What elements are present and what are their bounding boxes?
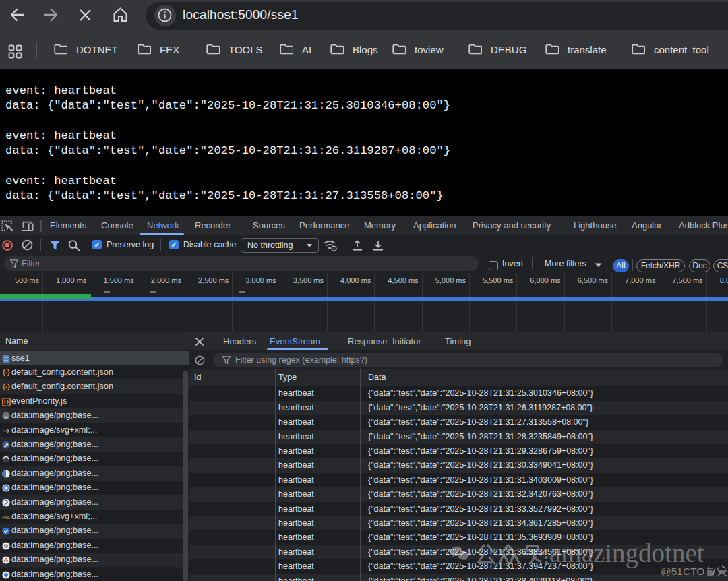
svg-text:PNG: PNG bbox=[2, 515, 10, 520]
